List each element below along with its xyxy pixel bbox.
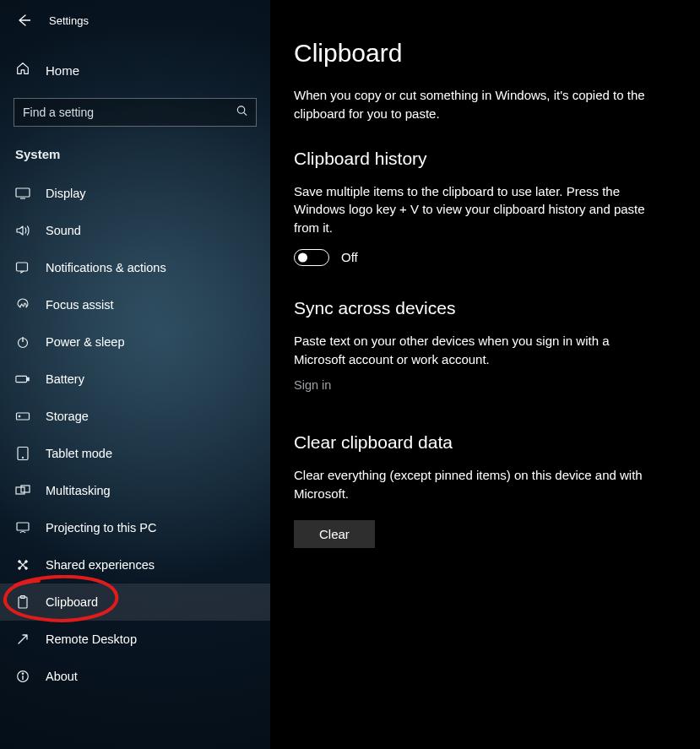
- sidebar-item-projecting[interactable]: Projecting to this PC: [0, 509, 270, 546]
- search-box: [14, 98, 257, 127]
- sync-desc: Paste text on your other devices when yo…: [294, 332, 657, 369]
- main-content: Clipboard When you copy or cut something…: [270, 0, 700, 749]
- remote-desktop-icon: [15, 632, 30, 647]
- sidebar-item-label: Display: [46, 187, 86, 200]
- page-intro: When you copy or cut something in Window…: [294, 86, 657, 123]
- sidebar-item-sound[interactable]: Sound: [0, 212, 270, 249]
- app-title: Settings: [49, 14, 89, 27]
- sidebar-item-multitasking[interactable]: Multitasking: [0, 472, 270, 509]
- sidebar-item-label: Battery: [46, 372, 84, 386]
- section-clipboard-history: Clipboard history Save multiple items to…: [294, 149, 676, 266]
- sidebar-item-about[interactable]: About: [0, 658, 270, 695]
- svg-rect-15: [17, 523, 29, 530]
- toggle-knob: [298, 252, 307, 262]
- sidebar-item-label: Notifications & actions: [46, 261, 166, 274]
- sidebar-item-label: Focus assist: [46, 298, 114, 312]
- sidebar-home-label: Home: [46, 63, 79, 78]
- svg-point-12: [22, 457, 24, 459]
- svg-point-10: [19, 415, 20, 417]
- sign-in-link[interactable]: Sign in: [294, 378, 331, 392]
- svg-rect-13: [16, 487, 24, 494]
- svg-rect-8: [27, 377, 29, 381]
- section-clear: Clear clipboard data Clear everything (e…: [294, 432, 676, 548]
- titlebar: Settings: [0, 0, 270, 37]
- home-icon: [15, 61, 30, 79]
- svg-rect-2: [16, 188, 30, 197]
- multitasking-icon: [15, 483, 30, 498]
- sidebar-item-label: Shared experiences: [46, 558, 155, 572]
- sidebar-item-label: Projecting to this PC: [46, 521, 156, 535]
- projecting-icon: [15, 520, 30, 535]
- sidebar-section-header: System: [0, 142, 270, 175]
- clear-heading: Clear clipboard data: [294, 432, 676, 453]
- svg-rect-4: [17, 263, 28, 271]
- clear-button[interactable]: Clear: [294, 520, 375, 548]
- sidebar-item-clipboard[interactable]: Clipboard: [0, 583, 270, 621]
- section-sync: Sync across devices Paste text on your o…: [294, 298, 676, 425]
- svg-point-24: [22, 673, 24, 675]
- shared-icon: [15, 557, 30, 573]
- notifications-icon: [15, 260, 30, 275]
- sidebar-item-tablet-mode[interactable]: Tablet mode: [0, 435, 270, 472]
- sound-icon: [15, 223, 30, 238]
- sidebar-item-remote-desktop[interactable]: Remote Desktop: [0, 621, 270, 658]
- sidebar-item-label: Multitasking: [46, 484, 111, 497]
- back-button[interactable]: [15, 12, 32, 29]
- history-desc: Save multiple items to the clipboard to …: [294, 182, 657, 237]
- sidebar-item-notifications[interactable]: Notifications & actions: [0, 249, 270, 286]
- sidebar-item-label: About: [46, 670, 78, 683]
- history-heading: Clipboard history: [294, 149, 676, 169]
- sidebar-item-label: Storage: [46, 410, 89, 423]
- battery-icon: [15, 372, 30, 387]
- sidebar-item-storage[interactable]: Storage: [0, 398, 270, 435]
- svg-rect-14: [21, 486, 30, 492]
- sidebar-nav: Display Sound Notifications & actions Fo…: [0, 175, 270, 695]
- sidebar-item-label: Remote Desktop: [46, 632, 137, 646]
- sidebar-item-display[interactable]: Display: [0, 175, 270, 212]
- clipboard-icon: [15, 594, 30, 610]
- focus-assist-icon: [15, 297, 30, 312]
- sidebar-item-label: Tablet mode: [46, 447, 112, 460]
- history-toggle[interactable]: [294, 249, 329, 266]
- svg-point-19: [25, 567, 28, 570]
- display-icon: [15, 186, 30, 201]
- sidebar-item-label: Clipboard: [46, 595, 98, 609]
- sidebar-item-shared-experiences[interactable]: Shared experiences: [0, 546, 270, 583]
- storage-icon: [15, 409, 30, 424]
- power-icon: [15, 334, 30, 350]
- svg-point-16: [19, 561, 21, 563]
- sidebar-home[interactable]: Home: [0, 54, 270, 86]
- history-toggle-label: Off: [341, 250, 358, 264]
- sidebar-item-label: Sound: [46, 224, 81, 237]
- search-input[interactable]: [14, 98, 257, 127]
- page-title: Clipboard: [294, 39, 676, 68]
- sidebar-item-label: Power & sleep: [46, 335, 125, 349]
- svg-point-18: [19, 567, 21, 570]
- info-icon: [15, 669, 30, 684]
- sidebar-item-focus-assist[interactable]: Focus assist: [0, 286, 270, 323]
- clear-desc: Clear everything (except pinned items) o…: [294, 466, 657, 503]
- sidebar-item-battery[interactable]: Battery: [0, 361, 270, 398]
- sidebar-item-power-sleep[interactable]: Power & sleep: [0, 323, 270, 361]
- svg-rect-7: [16, 376, 27, 382]
- sync-heading: Sync across devices: [294, 298, 676, 318]
- svg-point-17: [25, 561, 28, 563]
- arrow-left-icon: [17, 14, 30, 27]
- sidebar: Settings Home System: [0, 0, 270, 749]
- tablet-icon: [15, 446, 30, 461]
